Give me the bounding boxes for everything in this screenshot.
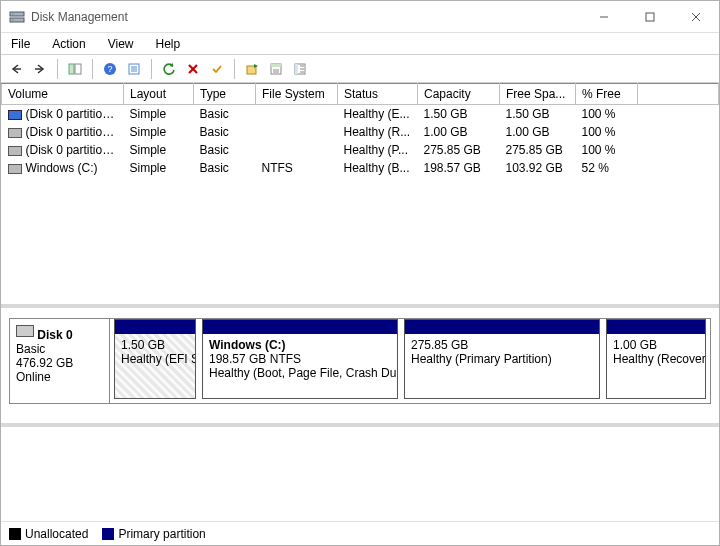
cell-layout: Simple — [124, 141, 194, 159]
partition-line1: 275.85 GB — [411, 338, 468, 352]
cell-pfree: 100 % — [576, 105, 638, 124]
cell-layout: Simple — [124, 123, 194, 141]
col-fs[interactable]: File System — [256, 84, 338, 105]
cell-volume: (Disk 0 partition 5) — [2, 141, 124, 159]
cell-free: 1.50 GB — [500, 105, 576, 124]
col-pfree[interactable]: % Free — [576, 84, 638, 105]
cell-free: 275.85 GB — [500, 141, 576, 159]
partition-line1: 198.57 GB NTFS — [209, 352, 301, 366]
close-button[interactable] — [673, 1, 719, 33]
cell-fs — [256, 105, 338, 124]
partition-line2: Healthy (Boot, Page File, Crash Dur — [209, 366, 397, 380]
legend-swatch-navy — [102, 528, 114, 540]
help-button[interactable]: ? — [99, 58, 121, 80]
back-button[interactable] — [5, 58, 27, 80]
cell-pfree: 100 % — [576, 123, 638, 141]
col-free[interactable]: Free Spa... — [500, 84, 576, 105]
partition-body: Windows (C:)198.57 GB NTFSHealthy (Boot,… — [203, 334, 397, 398]
forward-button[interactable] — [29, 58, 51, 80]
toolbar: ? — [1, 55, 719, 83]
cell-capacity: 198.57 GB — [418, 159, 500, 177]
cell-volume-text: Windows (C:) — [26, 161, 98, 175]
toolbar-separator — [234, 59, 235, 79]
partition-stripe — [203, 320, 397, 334]
action2-button[interactable] — [265, 58, 287, 80]
disk-row[interactable]: Disk 0 Basic 476.92 GB Online 1.50 GBHea… — [9, 318, 711, 404]
show-hide-tree-button[interactable] — [64, 58, 86, 80]
partition-block[interactable]: 1.00 GBHealthy (Recovery — [606, 319, 706, 399]
disk-partitions: 1.50 GBHealthy (EFI SystemWindows (C:)19… — [110, 319, 710, 403]
disk-info: Disk 0 Basic 476.92 GB Online — [10, 319, 110, 403]
cell-volume-text: (Disk 0 partition 1) — [26, 107, 123, 121]
toolbar-separator — [92, 59, 93, 79]
delete-button[interactable] — [182, 58, 204, 80]
volume-icon — [8, 128, 22, 138]
partition-body: 275.85 GBHealthy (Primary Partition) — [405, 334, 599, 398]
legend-primary-label: Primary partition — [118, 527, 205, 541]
toolbar-separator — [57, 59, 58, 79]
volume-icon — [8, 146, 22, 156]
col-status[interactable]: Status — [338, 84, 418, 105]
cell-type: Basic — [194, 141, 256, 159]
menu-view[interactable]: View — [104, 35, 138, 53]
refresh-button[interactable] — [158, 58, 180, 80]
cell-fs — [256, 123, 338, 141]
legend-unallocated: Unallocated — [9, 527, 88, 541]
menu-help[interactable]: Help — [152, 35, 185, 53]
window-controls — [581, 1, 719, 33]
disk-icon — [16, 325, 34, 337]
volume-icon — [8, 110, 22, 120]
partition-block[interactable]: 275.85 GBHealthy (Primary Partition) — [404, 319, 600, 399]
partition-body: 1.00 GBHealthy (Recovery — [607, 334, 705, 398]
partition-line2: Healthy (Primary Partition) — [411, 352, 552, 366]
svg-text:?: ? — [107, 64, 112, 74]
cell-pfree: 52 % — [576, 159, 638, 177]
cell-free: 103.92 GB — [500, 159, 576, 177]
table-row[interactable]: (Disk 0 partition 4)SimpleBasicHealthy (… — [2, 123, 719, 141]
col-layout[interactable]: Layout — [124, 84, 194, 105]
col-type[interactable]: Type — [194, 84, 256, 105]
content-area: Volume Layout Type File System Status Ca… — [1, 83, 719, 545]
svg-rect-26 — [295, 64, 298, 74]
disk-management-window: Disk Management File Action View Help ? — [0, 0, 720, 546]
action3-button[interactable] — [289, 58, 311, 80]
cell-capacity: 1.00 GB — [418, 123, 500, 141]
properties-button[interactable] — [206, 58, 228, 80]
volume-icon — [8, 164, 22, 174]
partition-block[interactable]: 1.50 GBHealthy (EFI System — [114, 319, 196, 399]
col-volume[interactable]: Volume — [2, 84, 124, 105]
cell-fs: NTFS — [256, 159, 338, 177]
cell-pfree: 100 % — [576, 141, 638, 159]
table-row[interactable]: Windows (C:)SimpleBasicNTFSHealthy (B...… — [2, 159, 719, 177]
svg-rect-5 — [646, 13, 654, 21]
toolbar-separator — [151, 59, 152, 79]
cell-volume: (Disk 0 partition 1) — [2, 105, 124, 124]
partition-title: Windows (C:) — [209, 338, 391, 352]
cell-status: Healthy (P... — [338, 141, 418, 159]
menubar: File Action View Help — [1, 33, 719, 55]
settings-button[interactable] — [123, 58, 145, 80]
col-empty[interactable] — [638, 84, 719, 105]
cell-capacity: 1.50 GB — [418, 105, 500, 124]
minimize-button[interactable] — [581, 1, 627, 33]
table-header-row: Volume Layout Type File System Status Ca… — [2, 84, 719, 105]
table-row[interactable]: (Disk 0 partition 5)SimpleBasicHealthy (… — [2, 141, 719, 159]
cell-fs — [256, 141, 338, 159]
col-capacity[interactable]: Capacity — [418, 84, 500, 105]
table-row[interactable]: (Disk 0 partition 1)SimpleBasicHealthy (… — [2, 105, 719, 124]
cell-volume: Windows (C:) — [2, 159, 124, 177]
partition-block[interactable]: Windows (C:)198.57 GB NTFSHealthy (Boot,… — [202, 319, 398, 399]
maximize-button[interactable] — [627, 1, 673, 33]
svg-point-3 — [12, 19, 14, 21]
disk-type: Basic — [16, 342, 103, 356]
menu-action[interactable]: Action — [48, 35, 89, 53]
partition-stripe — [405, 320, 599, 334]
cell-type: Basic — [194, 105, 256, 124]
partition-body: 1.50 GBHealthy (EFI System — [115, 334, 195, 398]
cell-type: Basic — [194, 123, 256, 141]
partition-line1: 1.50 GB — [121, 338, 165, 352]
window-title: Disk Management — [31, 10, 128, 24]
menu-file[interactable]: File — [7, 35, 34, 53]
action1-button[interactable] — [241, 58, 263, 80]
titlebar: Disk Management — [1, 1, 719, 33]
